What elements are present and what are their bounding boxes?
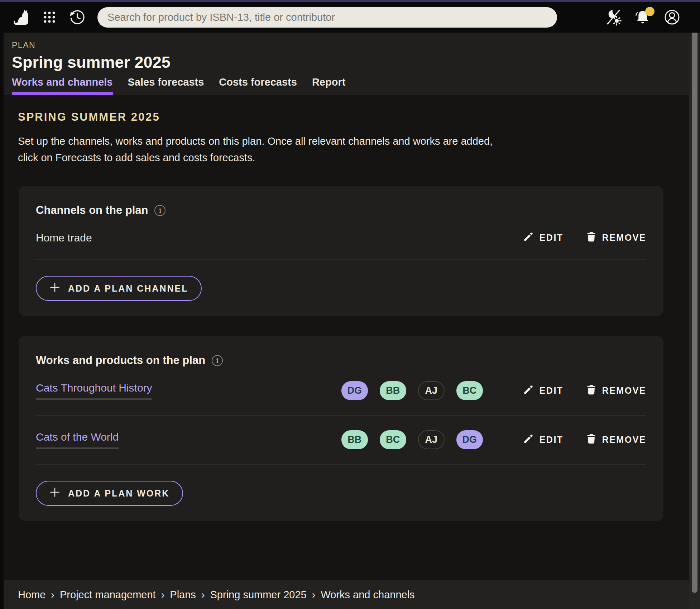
edit-label: EDIT	[540, 435, 564, 445]
breadcrumb: Home›Project management›Plans›Spring sum…	[18, 589, 415, 601]
breadcrumb-bar: Home›Project management›Plans›Spring sum…	[4, 580, 689, 609]
work-row: Cats Throughout HistoryDGBBAJBCEDITREMOV…	[36, 381, 646, 400]
add-plan-channel-label: ADD A PLAN CHANNEL	[68, 283, 188, 294]
app-window: PLAN Spring summer 2025 Works and channe…	[0, 0, 700, 609]
clock-history-icon	[69, 9, 86, 26]
channels-rows: Home tradeEDITREMOVE	[36, 231, 646, 260]
breadcrumb-item-spring-summer-2025[interactable]: Spring summer 2025	[210, 589, 307, 600]
avatar-badge: DG	[456, 430, 483, 449]
contributor-badges: BBBCAJDG	[341, 430, 483, 449]
breadcrumb-item-works-and-channels: Works and channels	[321, 589, 414, 600]
plan-eyebrow: PLAN	[12, 40, 689, 50]
edit-button[interactable]: EDIT	[523, 231, 564, 244]
add-plan-channel-button[interactable]: ADD A PLAN CHANNEL	[36, 276, 202, 301]
works-rows: Cats Throughout HistoryDGBBAJBCEDITREMOV…	[36, 381, 646, 465]
avatar-badge: AJ	[418, 381, 445, 400]
works-card-header: Works and products on the plan i	[36, 354, 646, 367]
info-icon[interactable]: i	[212, 355, 223, 366]
remove-button[interactable]: REMOVE	[586, 384, 646, 397]
history-icon[interactable]	[69, 9, 86, 26]
description-line: click on Forecasts to add sales and cost…	[18, 149, 689, 166]
scrollbar-thumb[interactable]	[692, 11, 697, 593]
user-avatar-icon	[663, 9, 681, 26]
moon-sun-icon	[605, 9, 622, 26]
trash-icon	[586, 384, 597, 397]
tab-costs-forecasts[interactable]: Costs forecasts	[219, 76, 297, 95]
channels-card-title: Channels on the plan	[36, 204, 148, 217]
plus-icon	[49, 282, 60, 295]
edit-label: EDIT	[540, 232, 564, 243]
avatar-badge: BB	[380, 381, 406, 400]
row-divider	[36, 259, 646, 260]
works-card-title: Works and products on the plan	[36, 354, 205, 367]
breadcrumb-separator: ›	[201, 589, 205, 600]
info-icon[interactable]: i	[154, 205, 166, 216]
remove-label: REMOVE	[602, 435, 646, 445]
section-title: SPRING SUMMER 2025	[18, 111, 689, 124]
remove-label: REMOVE	[602, 232, 646, 243]
works-card: Works and products on the plan i Cats Th…	[19, 336, 663, 521]
row-actions: EDITREMOVE	[523, 384, 646, 397]
cat-logo[interactable]	[13, 9, 30, 26]
theme-toggle-icon[interactable]	[605, 9, 622, 26]
breadcrumb-item-home[interactable]: Home	[18, 589, 45, 600]
add-plan-work-label: ADD A PLAN WORK	[68, 488, 169, 499]
breadcrumb-separator: ›	[51, 589, 54, 600]
notifications-bell-icon[interactable]	[634, 9, 651, 26]
edit-button[interactable]: EDIT	[523, 433, 564, 446]
tab-report[interactable]: Report	[312, 76, 345, 95]
channel-name: Home trade	[36, 232, 92, 244]
channels-card: Channels on the plan i Home tradeEDITREM…	[19, 186, 663, 316]
edit-label: EDIT	[540, 385, 564, 396]
trash-icon	[586, 231, 597, 244]
add-plan-work-button[interactable]: ADD A PLAN WORK	[36, 481, 183, 506]
pencil-icon	[523, 384, 534, 397]
section-description: Set up the channels, works and products …	[18, 133, 689, 166]
breadcrumb-separator: ›	[312, 589, 316, 600]
remove-button[interactable]: REMOVE	[586, 231, 646, 244]
work-row: Cats of the WorldBBBCAJDGEDITREMOVE	[36, 430, 646, 449]
profile-icon[interactable]	[663, 9, 681, 26]
avatar-badge: BC	[380, 430, 406, 449]
search-bar[interactable]	[97, 7, 557, 28]
topbar-right-group	[605, 9, 681, 26]
trash-icon	[586, 433, 597, 446]
edit-button[interactable]: EDIT	[523, 384, 564, 397]
work-link-cats-throughout-history[interactable]: Cats Throughout History	[36, 382, 152, 400]
window-accent-bar	[0, 0, 700, 2]
avatar-badge: AJ	[418, 430, 445, 449]
channels-card-header: Channels on the plan i	[36, 204, 646, 217]
grid-dots-icon	[41, 9, 58, 26]
search-input[interactable]	[107, 11, 547, 23]
pencil-icon	[523, 231, 534, 244]
avatar-badge: BB	[341, 430, 368, 449]
channel-row: Home tradeEDITREMOVE	[36, 231, 646, 244]
main-content: SPRING SUMMER 2025 Set up the channels, …	[4, 95, 689, 580]
breadcrumb-item-plans[interactable]: Plans	[170, 589, 196, 600]
tab-sales-forecasts[interactable]: Sales forecasts	[128, 76, 204, 95]
row-divider	[36, 415, 646, 416]
notification-badge	[645, 7, 655, 16]
tab-works-and-channels[interactable]: Works and channels	[12, 76, 113, 95]
page-title: Spring summer 2025	[12, 53, 689, 72]
page: PLAN Spring summer 2025 Works and channe…	[4, 33, 689, 609]
breadcrumb-item-project-management[interactable]: Project management	[60, 589, 156, 600]
breadcrumb-separator: ›	[161, 589, 165, 600]
avatar-badge: BC	[456, 381, 483, 400]
description-line: Set up the channels, works and products …	[18, 133, 689, 149]
row-actions: EDITREMOVE	[523, 433, 646, 446]
row-divider	[36, 464, 646, 465]
tab-bar: Works and channelsSales forecastsCosts f…	[12, 76, 689, 95]
work-link-cats-of-the-world[interactable]: Cats of the World	[36, 431, 119, 449]
remove-label: REMOVE	[602, 385, 646, 396]
apps-grid-icon[interactable]	[41, 9, 58, 26]
contributor-badges: DGBBAJBC	[341, 381, 483, 400]
top-navigation-bar	[0, 2, 700, 33]
row-actions: EDITREMOVE	[523, 231, 646, 244]
pencil-icon	[523, 433, 534, 446]
page-header: PLAN Spring summer 2025 Works and channe…	[4, 33, 689, 95]
remove-button[interactable]: REMOVE	[586, 433, 646, 446]
scrollbar-track[interactable]	[689, 2, 700, 609]
avatar-badge: DG	[341, 381, 368, 400]
plus-icon	[49, 487, 60, 500]
